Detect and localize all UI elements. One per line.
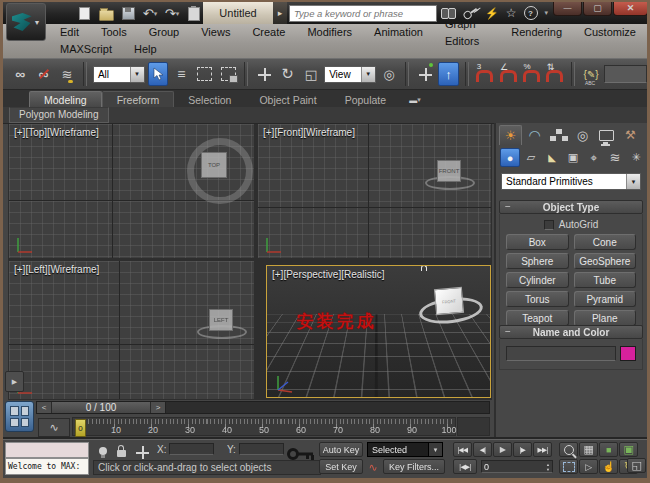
tab-modify[interactable] [523,125,546,145]
subtab-helpers[interactable] [584,148,604,167]
macro-recorder-pane[interactable] [5,442,89,458]
select-and-move-button[interactable] [254,62,274,86]
zoom-region-button[interactable] [559,459,578,474]
sphere-button[interactable]: Sphere [506,253,569,269]
named-selection-sets-field[interactable] [604,65,647,83]
select-and-manipulate-button[interactable] [415,62,435,86]
previous-frame-button[interactable]: ◀| [473,442,492,457]
zoom-all-button[interactable] [579,442,598,457]
object-type-rollout-header[interactable]: − Object Type [499,200,643,214]
select-by-name-button[interactable] [171,62,191,86]
menu-customize[interactable]: Customize [573,24,647,41]
viewport-label-front[interactable]: [+][Front][Wireframe] [263,127,355,138]
default-in-out-tangents-button[interactable] [365,459,381,475]
zoom-extents-all-button[interactable] [619,442,638,457]
autogrid-checkbox[interactable] [544,220,554,230]
viewport-label-top[interactable]: [+][Top][Wireframe] [14,127,99,138]
percent-snap-toggle-button[interactable]: % [521,62,541,86]
title-expand-arrow-icon[interactable]: ▸ [273,2,287,24]
absolute-offset-mode-toggle[interactable] [133,443,149,459]
go-to-start-button[interactable]: |◀◀ [453,442,472,457]
viewcube-top[interactable]: TOP [201,152,227,178]
viewcube-left[interactable]: LEFT [209,309,233,331]
pan-view-button[interactable] [599,459,618,474]
subtab-systems[interactable] [626,148,646,167]
polygon-modeling-panel[interactable]: Polygon Modeling [9,107,109,123]
ribbon-minimize-button[interactable] [400,93,430,107]
tab-utilities[interactable] [619,125,642,145]
y-coordinate-field[interactable] [239,443,284,455]
bind-to-space-warp-button[interactable] [57,62,77,86]
isolate-selection-button[interactable] [95,443,111,459]
go-to-end-button[interactable]: ▶▶| [533,442,552,457]
ribbon-tab-freeform[interactable]: Freeform [102,91,175,107]
viewport-front[interactable]: [+][Front][Wireframe] FRONT [258,124,491,258]
menu-modifiers[interactable]: Modifiers [296,24,363,41]
ribbon-tab-modeling[interactable]: Modeling [29,91,102,107]
select-and-link-button[interactable] [10,62,30,86]
dropdown-arrow-button[interactable] [626,174,640,189]
menu-edit[interactable]: Edit [49,24,90,41]
menu-maxscript[interactable]: MAXScript [49,41,123,58]
help-dropdown-icon[interactable] [545,9,549,17]
field-of-view-button[interactable] [579,459,598,474]
open-file-button[interactable] [97,5,115,22]
viewport-left[interactable]: [+][Left][Wireframe] LEFT [9,261,254,399]
viewcube-perspective[interactable]: FRONT [434,287,464,315]
geosphere-button[interactable]: GeoSphere [574,253,637,269]
application-menu-button[interactable]: ▼ [6,3,46,41]
dropdown-arrow-button[interactable] [428,443,442,456]
project-folder-button[interactable] [185,5,203,22]
cone-button[interactable]: Cone [574,234,637,250]
current-frame-marker[interactable]: 0 [75,419,86,437]
snaps-toggle-3d-button[interactable]: 3 [475,62,495,86]
teapot-button[interactable]: Teapot [506,310,569,326]
menu-group[interactable]: Group [138,24,191,41]
torus-button[interactable]: Torus [506,291,569,307]
ribbon-tab-populate[interactable]: Populate [331,92,400,107]
viewport-tab-bar-expand-button[interactable] [5,371,24,392]
key-mode-toggle-button[interactable]: |◀▶| [453,459,477,474]
use-pivot-point-center-button[interactable] [379,62,399,86]
tab-create[interactable] [499,125,522,145]
box-button[interactable]: Box [506,234,569,250]
select-object-button[interactable] [148,62,169,86]
maximize-viewport-toggle-button[interactable] [627,458,646,473]
track-bar[interactable]: 10 20 30 40 50 60 70 80 90 100 0 [72,417,456,436]
next-frame-arrow[interactable]: > [150,402,165,413]
ribbon-tab-object-paint[interactable]: Object Paint [245,92,330,107]
subtab-shapes[interactable] [521,148,541,167]
x-coordinate-field[interactable] [169,443,214,455]
dropdown-arrow-button[interactable] [130,67,144,82]
plane-button[interactable]: Plane [574,310,637,326]
primitive-category-dropdown[interactable]: Standard Primitives [501,173,641,190]
selection-lock-toggle[interactable] [113,443,129,459]
viewcube-front[interactable]: FRONT [437,160,461,182]
selection-filter-dropdown[interactable]: All [93,66,145,83]
next-frame-button[interactable]: |▶ [513,442,532,457]
subtab-lights[interactable] [542,148,562,167]
search-input[interactable] [290,6,436,21]
menu-views[interactable]: Views [190,24,241,41]
name-color-rollout-header[interactable]: − Name and Color [499,325,643,339]
object-name-field[interactable] [506,346,616,361]
auto-key-button[interactable]: Auto Key [319,442,363,457]
key-filters-button[interactable]: Key Filters... [383,459,445,474]
tab-display[interactable] [595,125,618,145]
favorites-star-icon[interactable] [506,6,517,20]
viewport-label-left[interactable]: [+][Left][Wireframe] [14,264,99,275]
search-binoculars-icon[interactable] [441,8,456,18]
pyramid-button[interactable]: Pyramid [574,291,637,307]
time-slider[interactable]: < 0 / 100 > [36,401,490,414]
zoom-button[interactable] [559,442,578,457]
communication-center-icon[interactable] [485,7,499,20]
object-color-swatch[interactable] [620,346,636,361]
time-slider-grip[interactable]: < 0 / 100 > [37,402,166,413]
rectangular-selection-region-button[interactable] [194,62,214,86]
unlink-selection-button[interactable] [33,62,53,86]
subtab-space-warps[interactable] [605,148,625,167]
set-keys-key-icon[interactable] [287,446,315,466]
help-icon[interactable]: ? [524,6,538,20]
previous-frame-arrow[interactable]: < [37,402,52,413]
new-file-button[interactable] [75,5,93,22]
